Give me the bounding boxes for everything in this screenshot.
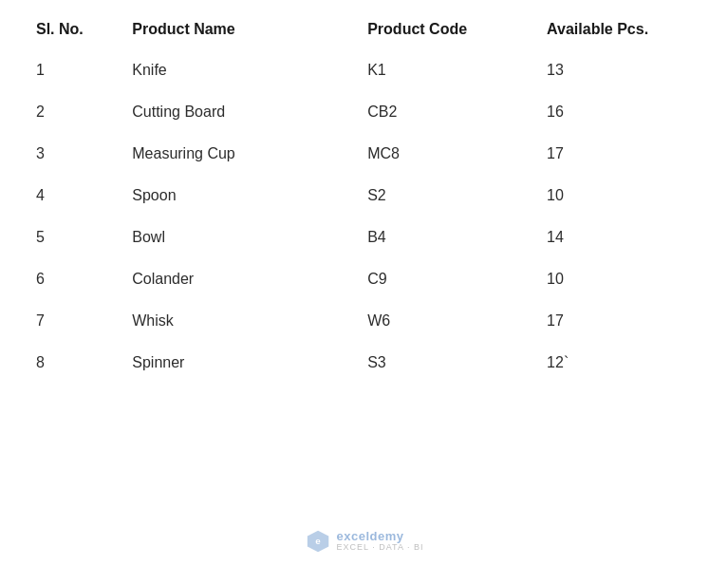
cell-sl: 4: [19, 175, 115, 217]
cell-code: MC8: [350, 133, 530, 175]
watermark: e exceldemy EXCEL · DATA · BI: [305, 528, 424, 555]
cell-sl: 5: [19, 217, 115, 258]
header-code: Product Code: [350, 9, 530, 49]
cell-name: Knife: [115, 49, 350, 91]
cell-sl: 2: [19, 91, 115, 133]
header-sl: Sl. No.: [19, 9, 115, 49]
cell-code: S2: [350, 175, 530, 217]
cell-code: C9: [350, 258, 530, 300]
cell-avail: 17: [530, 133, 709, 175]
table-row: 4SpoonS210: [19, 175, 709, 217]
cell-sl: 1: [19, 49, 115, 91]
cell-avail: 12`: [530, 342, 709, 384]
cell-sl: 8: [19, 342, 115, 384]
table-row: 1KnifeK113: [19, 49, 709, 91]
cell-avail: 17: [530, 300, 709, 342]
cell-name: Cutting Board: [115, 91, 350, 133]
cell-name: Measuring Cup: [115, 133, 350, 175]
cell-name: Spinner: [115, 342, 350, 384]
cell-avail: 14: [530, 217, 709, 258]
cell-avail: 16: [530, 91, 709, 133]
table-row: 3Measuring CupMC817: [19, 133, 709, 175]
watermark-text-block: exceldemy EXCEL · DATA · BI: [337, 530, 424, 553]
cell-avail: 10: [530, 258, 709, 300]
table-row: 8SpinnerS312`: [19, 342, 709, 384]
cell-name: Whisk: [115, 300, 350, 342]
table-row: 2Cutting BoardCB216: [19, 91, 709, 133]
table-container: Sl. No. Product Name Product Code Availa…: [0, 0, 728, 393]
svg-text:e: e: [315, 536, 321, 546]
cell-code: W6: [350, 300, 530, 342]
cell-code: CB2: [350, 91, 530, 133]
cell-avail: 10: [530, 175, 709, 217]
cell-code: B4: [350, 217, 530, 258]
watermark-icon: e: [305, 528, 331, 555]
watermark-sub: EXCEL · DATA · BI: [337, 543, 424, 553]
table-header-row: Sl. No. Product Name Product Code Availa…: [19, 9, 709, 49]
cell-name: Colander: [115, 258, 350, 300]
cell-sl: 7: [19, 300, 115, 342]
product-table: Sl. No. Product Name Product Code Availa…: [19, 9, 709, 384]
cell-name: Bowl: [115, 217, 350, 258]
cell-sl: 6: [19, 258, 115, 300]
watermark-brand: exceldemy: [337, 530, 424, 543]
cell-code: S3: [350, 342, 530, 384]
header-avail: Available Pcs.: [530, 9, 709, 49]
table-row: 6ColanderC910: [19, 258, 709, 300]
header-name: Product Name: [115, 9, 350, 49]
cell-name: Spoon: [115, 175, 350, 217]
cell-avail: 13: [530, 49, 709, 91]
cell-code: K1: [350, 49, 530, 91]
cell-sl: 3: [19, 133, 115, 175]
table-row: 5BowlB414: [19, 217, 709, 258]
table-row: 7WhiskW617: [19, 300, 709, 342]
